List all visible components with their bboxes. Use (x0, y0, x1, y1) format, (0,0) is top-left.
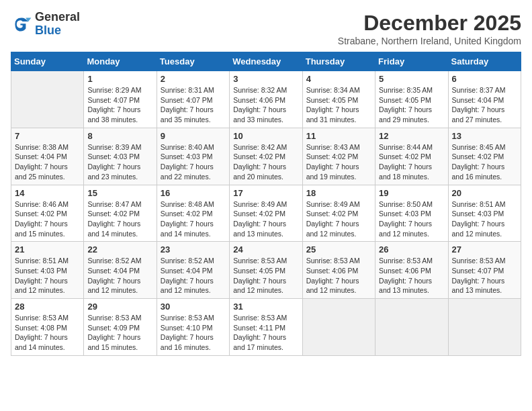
day-info: Sunrise: 8:37 AM Sunset: 4:04 PM Dayligh… (452, 85, 517, 125)
day-info: Sunrise: 8:34 AM Sunset: 4:05 PM Dayligh… (306, 85, 371, 125)
day-number: 2 (161, 74, 226, 84)
logo-text: General Blue (35, 11, 80, 38)
day-number: 30 (161, 302, 226, 312)
calendar-cell: 1Sunrise: 8:29 AM Sunset: 4:07 PM Daylig… (84, 71, 157, 128)
day-info: Sunrise: 8:35 AM Sunset: 4:05 PM Dayligh… (379, 85, 444, 125)
day-info: Sunrise: 8:53 AM Sunset: 4:06 PM Dayligh… (379, 256, 444, 295)
header-day-tuesday: Tuesday (157, 52, 229, 71)
day-number: 4 (306, 74, 371, 84)
day-number: 10 (233, 131, 298, 141)
calendar-cell: 24Sunrise: 8:53 AM Sunset: 4:05 PM Dayli… (230, 242, 302, 299)
day-number: 9 (161, 131, 226, 141)
calendar-cell: 22Sunrise: 8:52 AM Sunset: 4:04 PM Dayli… (84, 242, 157, 299)
day-number: 19 (379, 188, 444, 198)
day-number: 31 (233, 302, 298, 312)
calendar-cell: 2Sunrise: 8:31 AM Sunset: 4:07 PM Daylig… (157, 71, 229, 128)
calendar-cell (448, 299, 521, 356)
day-info: Sunrise: 8:48 AM Sunset: 4:02 PM Dayligh… (161, 199, 226, 239)
logo-icon (11, 13, 32, 35)
day-number: 20 (452, 188, 517, 198)
day-info: Sunrise: 8:42 AM Sunset: 4:02 PM Dayligh… (233, 142, 298, 182)
location: Strabane, Northern Ireland, United Kingd… (338, 36, 521, 46)
day-info: Sunrise: 8:53 AM Sunset: 4:07 PM Dayligh… (452, 256, 517, 295)
day-info: Sunrise: 8:45 AM Sunset: 4:02 PM Dayligh… (452, 142, 517, 182)
calendar-cell: 23Sunrise: 8:52 AM Sunset: 4:04 PM Dayli… (157, 242, 229, 299)
calendar-cell: 15Sunrise: 8:47 AM Sunset: 4:02 PM Dayli… (84, 185, 157, 242)
header-day-friday: Friday (375, 52, 448, 71)
calendar-cell: 11Sunrise: 8:43 AM Sunset: 4:02 PM Dayli… (302, 128, 375, 185)
day-number: 3 (233, 74, 298, 84)
day-number: 5 (379, 74, 444, 84)
day-number: 6 (452, 74, 517, 84)
header-day-saturday: Saturday (448, 52, 521, 71)
day-info: Sunrise: 8:32 AM Sunset: 4:06 PM Dayligh… (233, 85, 298, 125)
day-info: Sunrise: 8:50 AM Sunset: 4:03 PM Dayligh… (379, 199, 444, 239)
calendar-cell: 21Sunrise: 8:51 AM Sunset: 4:03 PM Dayli… (11, 242, 84, 299)
calendar-cell (375, 299, 448, 356)
day-number: 14 (15, 188, 80, 198)
calendar-cell: 4Sunrise: 8:34 AM Sunset: 4:05 PM Daylig… (302, 71, 375, 128)
day-info: Sunrise: 8:40 AM Sunset: 4:03 PM Dayligh… (161, 142, 226, 182)
calendar-cell: 30Sunrise: 8:53 AM Sunset: 4:10 PM Dayli… (157, 299, 229, 356)
day-info: Sunrise: 8:53 AM Sunset: 4:10 PM Dayligh… (161, 313, 226, 353)
page-container: General Blue December 2025 Strabane, Nor… (11, 11, 521, 356)
calendar-cell: 26Sunrise: 8:53 AM Sunset: 4:06 PM Dayli… (375, 242, 448, 299)
calendar-cell: 28Sunrise: 8:53 AM Sunset: 4:08 PM Dayli… (11, 299, 84, 356)
calendar-cell (302, 299, 375, 356)
day-info: Sunrise: 8:53 AM Sunset: 4:09 PM Dayligh… (87, 313, 152, 353)
logo-blue-text: Blue (35, 24, 61, 37)
month-title: December 2025 (338, 11, 521, 36)
day-number: 25 (306, 244, 371, 255)
day-info: Sunrise: 8:38 AM Sunset: 4:04 PM Dayligh… (15, 142, 80, 182)
week-row-1: 1Sunrise: 8:29 AM Sunset: 4:07 PM Daylig… (11, 71, 521, 128)
day-number: 17 (233, 188, 298, 198)
calendar-cell: 29Sunrise: 8:53 AM Sunset: 4:09 PM Dayli… (84, 299, 157, 356)
day-info: Sunrise: 8:47 AM Sunset: 4:02 PM Dayligh… (87, 199, 152, 239)
calendar-cell: 27Sunrise: 8:53 AM Sunset: 4:07 PM Dayli… (448, 242, 521, 299)
day-number: 26 (379, 244, 444, 255)
day-number: 24 (233, 244, 298, 255)
calendar-cell: 12Sunrise: 8:44 AM Sunset: 4:02 PM Dayli… (375, 128, 448, 185)
calendar-cell: 6Sunrise: 8:37 AM Sunset: 4:04 PM Daylig… (448, 71, 521, 128)
day-info: Sunrise: 8:53 AM Sunset: 4:06 PM Dayligh… (306, 256, 371, 295)
week-row-4: 21Sunrise: 8:51 AM Sunset: 4:03 PM Dayli… (11, 242, 521, 299)
calendar-cell: 18Sunrise: 8:49 AM Sunset: 4:02 PM Dayli… (302, 185, 375, 242)
day-number: 28 (15, 302, 80, 312)
day-info: Sunrise: 8:52 AM Sunset: 4:04 PM Dayligh… (161, 256, 226, 295)
day-number: 15 (87, 188, 152, 198)
day-number: 7 (15, 131, 80, 141)
calendar-cell: 5Sunrise: 8:35 AM Sunset: 4:05 PM Daylig… (375, 71, 448, 128)
week-row-2: 7Sunrise: 8:38 AM Sunset: 4:04 PM Daylig… (11, 128, 521, 185)
day-info: Sunrise: 8:51 AM Sunset: 4:03 PM Dayligh… (452, 199, 517, 239)
day-info: Sunrise: 8:39 AM Sunset: 4:03 PM Dayligh… (87, 142, 152, 182)
day-info: Sunrise: 8:46 AM Sunset: 4:02 PM Dayligh… (15, 199, 80, 239)
day-number: 21 (15, 244, 80, 255)
header-day-sunday: Sunday (11, 52, 84, 71)
calendar-cell: 16Sunrise: 8:48 AM Sunset: 4:02 PM Dayli… (157, 185, 229, 242)
day-number: 22 (87, 244, 152, 255)
calendar-cell: 20Sunrise: 8:51 AM Sunset: 4:03 PM Dayli… (448, 185, 521, 242)
calendar-cell: 9Sunrise: 8:40 AM Sunset: 4:03 PM Daylig… (157, 128, 229, 185)
calendar-cell: 17Sunrise: 8:49 AM Sunset: 4:02 PM Dayli… (230, 185, 302, 242)
calendar-cell (11, 71, 84, 128)
day-number: 16 (161, 188, 226, 198)
day-number: 12 (379, 131, 444, 141)
day-info: Sunrise: 8:49 AM Sunset: 4:02 PM Dayligh… (233, 199, 298, 239)
day-info: Sunrise: 8:43 AM Sunset: 4:02 PM Dayligh… (306, 142, 371, 182)
day-number: 13 (452, 131, 517, 141)
day-info: Sunrise: 8:44 AM Sunset: 4:02 PM Dayligh… (379, 142, 444, 182)
day-info: Sunrise: 8:49 AM Sunset: 4:02 PM Dayligh… (306, 199, 371, 239)
calendar-cell: 3Sunrise: 8:32 AM Sunset: 4:06 PM Daylig… (230, 71, 302, 128)
calendar-cell: 13Sunrise: 8:45 AM Sunset: 4:02 PM Dayli… (448, 128, 521, 185)
calendar-cell: 19Sunrise: 8:50 AM Sunset: 4:03 PM Dayli… (375, 185, 448, 242)
logo: General Blue (11, 11, 80, 38)
calendar-cell: 7Sunrise: 8:38 AM Sunset: 4:04 PM Daylig… (11, 128, 84, 185)
calendar-cell: 25Sunrise: 8:53 AM Sunset: 4:06 PM Dayli… (302, 242, 375, 299)
header-day-wednesday: Wednesday (230, 52, 302, 71)
day-info: Sunrise: 8:31 AM Sunset: 4:07 PM Dayligh… (161, 85, 226, 125)
header-day-monday: Monday (84, 52, 157, 71)
day-info: Sunrise: 8:53 AM Sunset: 4:08 PM Dayligh… (15, 313, 80, 353)
day-number: 8 (87, 131, 152, 141)
day-number: 18 (306, 188, 371, 198)
calendar-cell: 31Sunrise: 8:53 AM Sunset: 4:11 PM Dayli… (230, 299, 302, 356)
